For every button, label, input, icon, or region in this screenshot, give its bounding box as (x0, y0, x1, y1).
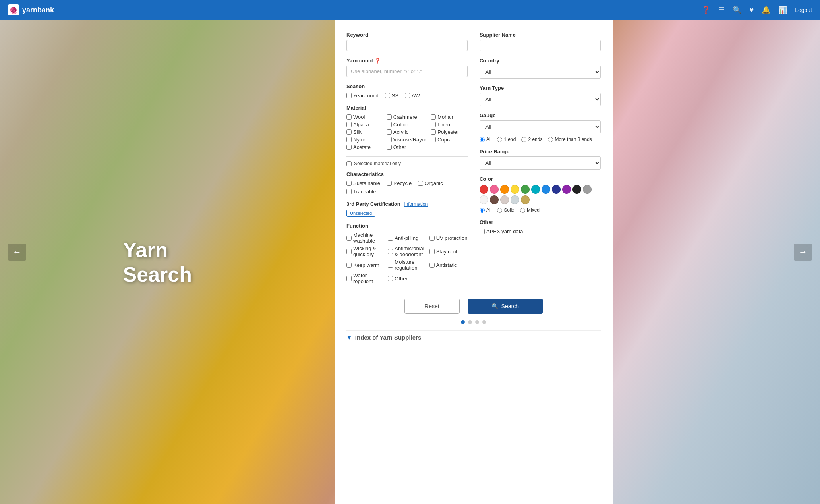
material-acrylic[interactable]: Acrylic (387, 129, 427, 135)
menu-icon[interactable]: ☰ (718, 6, 725, 14)
chart-icon[interactable]: 📊 (778, 6, 787, 14)
supplier-name-input[interactable] (480, 40, 601, 51)
material-wool[interactable]: Wool (346, 114, 383, 120)
divider-material (346, 156, 468, 157)
carousel-arrow-right[interactable]: → (794, 244, 812, 261)
char-recycle[interactable]: Recycle (387, 180, 412, 186)
func-wicking[interactable]: Wicking & quick dry (346, 245, 385, 257)
country-select[interactable]: All (480, 66, 601, 79)
supplier-name-group: Supplier Name (480, 32, 601, 51)
country-group: Country All (480, 58, 601, 79)
search-icon[interactable]: 🔍 (733, 6, 741, 14)
search-button[interactable]: 🔍 Search (468, 299, 543, 314)
function-group: Function Machine washable Anti-pilling U… (346, 223, 468, 284)
carousel-arrow-left[interactable]: ← (8, 244, 26, 261)
func-water-repellent[interactable]: Water repellent (346, 272, 385, 284)
gauge-radios: All 1 end 2 ends More than 3 ends (480, 137, 601, 142)
yarncount-input[interactable] (346, 66, 468, 77)
color-mode-all[interactable]: All (480, 207, 491, 213)
carousel-dots (346, 320, 601, 324)
index-arrow-icon: ▼ (346, 334, 352, 341)
color-swatch-red[interactable] (480, 185, 488, 194)
season-label: Season (346, 83, 468, 89)
material-viscose-rayon[interactable]: Viscose/Rayon (387, 137, 427, 143)
color-swatch-green[interactable] (521, 185, 530, 194)
func-uv-protection[interactable]: UV protection (429, 232, 468, 244)
func-stay-cool[interactable]: Stay cool (429, 245, 468, 257)
yarn-type-select[interactable]: All (480, 93, 601, 106)
dot-4[interactable] (482, 320, 486, 324)
gauge-2ends[interactable]: 2 ends (521, 137, 542, 142)
func-machine-washable[interactable]: Machine washable (346, 232, 385, 244)
yarncount-label: Yarn count ❓ (346, 58, 468, 64)
color-swatch-orange[interactable] (500, 185, 509, 194)
color-swatch-black[interactable] (572, 185, 581, 194)
material-silk[interactable]: Silk (346, 129, 383, 135)
color-swatch-pink[interactable] (490, 185, 499, 194)
char-sustainable[interactable]: Sustainable (346, 180, 380, 186)
season-year-round[interactable]: Year-round (346, 93, 379, 98)
material-linen[interactable]: Linen (431, 122, 468, 127)
help-icon[interactable]: ❓ (702, 6, 710, 14)
supplier-name-label: Supplier Name (480, 32, 601, 38)
color-swatch-brown[interactable] (490, 195, 499, 204)
season-aw[interactable]: AW (405, 93, 420, 98)
material-cupra[interactable]: Cupra (431, 137, 468, 143)
func-anti-pilling[interactable]: Anti-pilling (388, 232, 426, 244)
color-swatch-silver[interactable] (511, 195, 519, 204)
material-label: Material (346, 105, 468, 111)
char-traceable[interactable]: Traceable (346, 189, 376, 195)
color-mode-mixed[interactable]: Mixed (520, 207, 540, 213)
func-other[interactable]: Other (388, 272, 426, 284)
color-swatch-gray[interactable] (583, 185, 592, 194)
color-mode-solid[interactable]: Solid (497, 207, 514, 213)
color-swatch-yellow[interactable] (511, 185, 519, 194)
color-mode-radios: All Solid Mixed (480, 207, 601, 213)
func-moisture[interactable]: Moisture regulation (388, 259, 426, 271)
char-organic[interactable]: Organic (418, 180, 443, 186)
reset-button[interactable]: Reset (404, 299, 460, 314)
color-swatch-navy[interactable] (552, 185, 561, 194)
yarncount-help-icon[interactable]: ❓ (375, 58, 381, 64)
unselected-badge[interactable]: Unselected (346, 210, 375, 217)
season-ss[interactable]: SS (385, 93, 398, 98)
material-polyester[interactable]: Polyester (431, 129, 468, 135)
material-acetate[interactable]: Acetate (346, 144, 383, 150)
dot-1[interactable] (461, 320, 465, 324)
color-swatch-white[interactable] (480, 195, 488, 204)
header-nav: ❓ ☰ 🔍 ♥ 🔔 📊 Logout (702, 6, 812, 14)
func-antimicrobial[interactable]: Antimicrobial & deodorant (388, 245, 426, 257)
color-swatch-beige[interactable] (500, 195, 509, 204)
material-nylon[interactable]: Nylon (346, 137, 383, 143)
func-keep-warm[interactable]: Keep warm (346, 259, 385, 271)
logo[interactable]: 🧶 yarnbank (8, 4, 54, 15)
color-swatch-blue[interactable] (542, 185, 550, 194)
index-row[interactable]: ▼ Index of Yarn Suppliers (346, 330, 601, 344)
gauge-1end[interactable]: 1 end (497, 137, 516, 142)
dot-2[interactable] (468, 320, 472, 324)
gauge-more3ends[interactable]: More than 3 ends (548, 137, 592, 142)
material-cotton[interactable]: Cotton (387, 122, 427, 127)
gauge-group: Gauge All All 1 end 2 ends (480, 112, 601, 142)
color-swatch-teal[interactable] (531, 185, 540, 194)
keyword-input[interactable] (346, 40, 468, 51)
certification-info-link[interactable]: information (404, 201, 428, 207)
hero-text: Yarn Search (123, 237, 192, 287)
material-cashmere[interactable]: Cashmere (387, 114, 427, 120)
gauge-select[interactable]: All (480, 120, 601, 133)
selected-material-checkbox[interactable] (346, 161, 352, 166)
notification-icon[interactable]: 🔔 (762, 6, 770, 14)
gauge-all[interactable]: All (480, 137, 491, 142)
price-range-select[interactable]: All (480, 156, 601, 170)
dot-3[interactable] (475, 320, 479, 324)
favorite-icon[interactable]: ♥ (749, 6, 754, 14)
logout-button[interactable]: Logout (795, 7, 812, 13)
func-antistatic[interactable]: Antistatic (429, 259, 468, 271)
function-checkboxes: Machine washable Anti-pilling UV protect… (346, 232, 468, 284)
color-swatch-purple[interactable] (562, 185, 571, 194)
material-alpaca[interactable]: Alpaca (346, 122, 383, 127)
color-swatch-gold[interactable] (521, 195, 530, 204)
material-mohair[interactable]: Mohair (431, 114, 468, 120)
material-other[interactable]: Other (387, 144, 427, 150)
apex-yarn-data[interactable]: APEX yarn data (480, 228, 601, 234)
